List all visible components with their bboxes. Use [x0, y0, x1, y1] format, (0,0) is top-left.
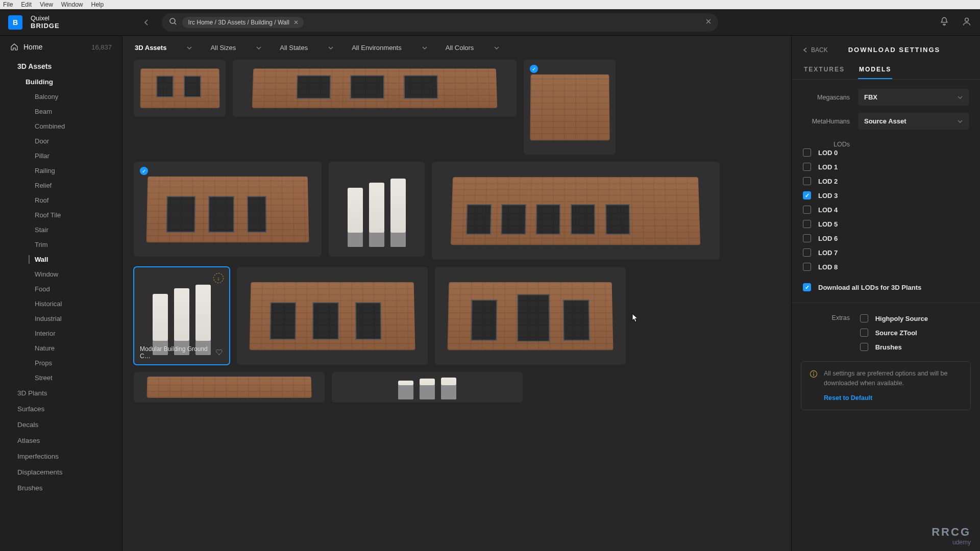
account-button[interactable] — [962, 16, 972, 28]
back-button[interactable]: BACK — [803, 46, 828, 54]
lod-checkbox-lod4[interactable]: LOD 4 — [803, 206, 921, 214]
tree-item-pillar[interactable]: Pillar — [0, 148, 122, 163]
filter-4[interactable]: All Colors — [444, 41, 502, 55]
extra-label: Source ZTool — [875, 329, 917, 337]
download-all-lods-label: Download all LODs for 3D Plants — [818, 284, 921, 291]
asset-card[interactable]: ✓ — [134, 162, 322, 257]
extra-checkbox-highpoly-source[interactable]: Highpoly Source — [860, 314, 928, 322]
lod-checkbox-lod2[interactable]: LOD 2 — [803, 177, 921, 185]
asset-card[interactable] — [332, 372, 523, 403]
tree-item-balcony[interactable]: Balcony — [0, 89, 122, 104]
asset-card[interactable] — [134, 60, 226, 117]
lod-checkbox-lod5[interactable]: LOD 5 — [803, 220, 921, 228]
megascans-label: Megascans — [803, 94, 850, 101]
checkbox-icon — [803, 148, 811, 157]
collapse-sidebar-button[interactable] — [139, 15, 154, 30]
tree-root-decals[interactable]: Decals — [0, 417, 122, 433]
asset-card[interactable]: ↓Modular Building Ground C… — [134, 267, 230, 365]
svg-point-3 — [813, 372, 814, 373]
tree-item-food[interactable]: Food — [0, 282, 122, 296]
megascans-select[interactable]: FBX — [858, 89, 969, 106]
breadcrumb-chip[interactable]: Irc Home / 3D Assets / Building / Wall ✕ — [182, 17, 304, 28]
menu-help[interactable]: Help — [91, 1, 104, 8]
menu-window[interactable]: Window — [61, 1, 83, 8]
menu-file[interactable]: File — [3, 1, 13, 8]
filter-2[interactable]: All States — [278, 41, 335, 55]
lods-label: LODs — [803, 141, 850, 148]
clear-search-button[interactable] — [703, 16, 714, 29]
chevron-down-icon — [256, 45, 261, 51]
extra-checkbox-source-ztool[interactable]: Source ZTool — [860, 329, 928, 337]
sidebar-home-label: Home — [23, 43, 42, 51]
asset-card[interactable] — [432, 162, 720, 260]
asset-card[interactable] — [237, 267, 428, 365]
chip-remove-icon[interactable]: ✕ — [293, 19, 299, 26]
search-icon — [169, 17, 177, 27]
favorite-button[interactable] — [215, 348, 224, 358]
extra-checkbox-brushes[interactable]: Brushes — [860, 343, 928, 351]
tree-item-props[interactable]: Props — [0, 356, 122, 370]
tab-textures[interactable]: TEXTURES — [803, 62, 846, 79]
filter-0[interactable]: 3D Assets — [133, 41, 194, 55]
tree-item-relief[interactable]: Relief — [0, 178, 122, 193]
tree-item-beam[interactable]: Beam — [0, 104, 122, 119]
filter-1[interactable]: All Sizes — [208, 41, 263, 55]
tree-root-brushes[interactable]: Brushes — [0, 480, 122, 496]
tree-item-combined[interactable]: Combined — [0, 119, 122, 134]
menu-view[interactable]: View — [40, 1, 53, 8]
tab-models[interactable]: MODELS — [858, 62, 892, 79]
lod-checkbox-lod8[interactable]: LOD 8 — [803, 263, 921, 271]
tree-item-nature[interactable]: Nature — [0, 341, 122, 356]
notifications-button[interactable] — [939, 16, 949, 28]
lod-checkbox-lod0[interactable]: LOD 0 — [803, 148, 921, 157]
reset-default-link[interactable]: Reset to Default — [824, 393, 962, 403]
asset-card[interactable] — [329, 162, 425, 257]
tree-root-atlases[interactable]: Atlases — [0, 433, 122, 448]
download-badge-icon[interactable]: ↓ — [213, 273, 224, 283]
app-logo-text: Quixel BRIDGE — [31, 15, 60, 30]
tree-3d-assets[interactable]: 3D Assets — [0, 58, 122, 74]
tree-root-imperfections[interactable]: Imperfections — [0, 448, 122, 464]
asset-card[interactable] — [233, 60, 517, 117]
breadcrumb-chip-label: Irc Home / 3D Assets / Building / Wall — [188, 19, 289, 26]
tree-building[interactable]: Building — [0, 74, 122, 89]
chevron-left-icon — [803, 47, 808, 53]
checkbox-icon — [803, 234, 811, 242]
asset-grid[interactable]: ✓✓↓Modular Building Ground C… — [122, 60, 791, 551]
tree-item-street[interactable]: Street — [0, 370, 122, 385]
tree-item-stair[interactable]: Stair — [0, 222, 122, 237]
lod-checkbox-lod7[interactable]: LOD 7 — [803, 248, 921, 257]
lod-checkbox-lod3[interactable]: ✓LOD 3 — [803, 191, 921, 199]
checkbox-icon — [803, 248, 811, 257]
tree-root-displacements[interactable]: Displacements — [0, 464, 122, 480]
sidebar-home[interactable]: Home 16,837 — [0, 36, 122, 58]
asset-card[interactable]: ✓ — [524, 60, 616, 155]
lod-checkbox-lod6[interactable]: LOD 6 — [803, 234, 921, 242]
search-bar[interactable]: Irc Home / 3D Assets / Building / Wall ✕ — [162, 13, 718, 32]
tree-item-roof[interactable]: Roof — [0, 193, 122, 208]
asset-card[interactable] — [134, 372, 325, 403]
tree-item-railing[interactable]: Railing — [0, 163, 122, 178]
checkbox-icon — [803, 220, 811, 228]
download-all-lods-checkbox[interactable]: ✓Download all LODs for 3D Plants — [803, 283, 921, 291]
tree-item-wall[interactable]: Wall — [0, 252, 122, 267]
tree-item-industrial[interactable]: Industrial — [0, 311, 122, 326]
lod-checkbox-lod1[interactable]: LOD 1 — [803, 163, 921, 171]
tree-item-window[interactable]: Window — [0, 267, 122, 282]
metahumans-select[interactable]: Source Asset — [858, 113, 969, 130]
app-logo-icon: B — [8, 15, 22, 30]
tree-item-roof-tile[interactable]: Roof Tile — [0, 208, 122, 222]
tree-item-historical[interactable]: Historical — [0, 296, 122, 311]
menu-edit[interactable]: Edit — [21, 1, 32, 8]
tree-root-surfaces[interactable]: Surfaces — [0, 401, 122, 417]
tree-item-trim[interactable]: Trim — [0, 237, 122, 252]
tree-item-door[interactable]: Door — [0, 134, 122, 148]
tree-item-interior[interactable]: Interior — [0, 326, 122, 341]
lod-label: LOD 2 — [818, 178, 838, 185]
filter-3[interactable]: All Environments — [350, 41, 429, 55]
back-label: BACK — [811, 46, 828, 54]
asset-card[interactable] — [435, 267, 626, 365]
checkbox-icon — [803, 177, 811, 185]
main-area: 3D AssetsAll SizesAll StatesAll Environm… — [122, 36, 791, 551]
tree-root-3d-plants[interactable]: 3D Plants — [0, 385, 122, 401]
